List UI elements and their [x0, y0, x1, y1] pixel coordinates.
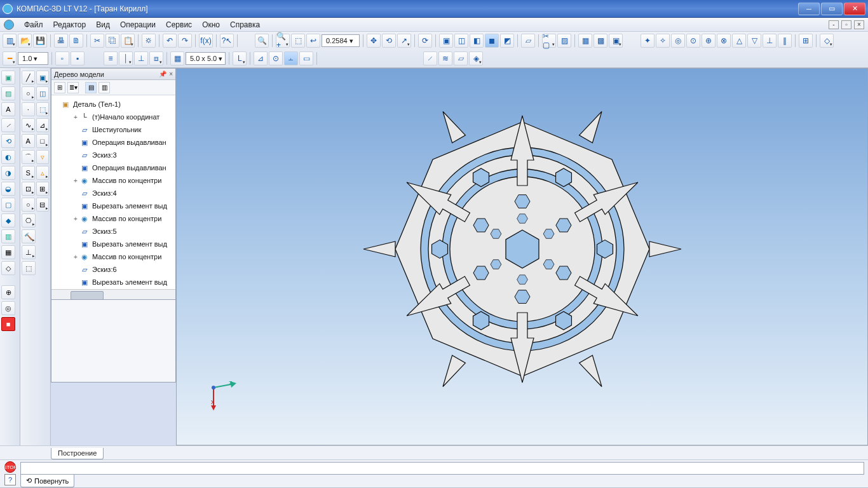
- snap-9[interactable]: ⊥: [763, 34, 776, 48]
- snap-4[interactable]: ⊙: [686, 34, 700, 48]
- sketch-toggle[interactable]: ▭: [299, 51, 313, 65]
- snap-6[interactable]: ⊗: [717, 34, 731, 48]
- lt2-b5[interactable]: □: [36, 134, 50, 148]
- filter-1[interactable]: ⟋: [423, 51, 437, 65]
- lt2-b1[interactable]: ▣: [36, 71, 50, 85]
- tree-item[interactable]: ▣Операция выдавливан: [53, 136, 174, 149]
- style-3[interactable]: ⊥: [134, 51, 148, 65]
- properties-button[interactable]: ⛭: [142, 34, 156, 48]
- preview-button[interactable]: 🗎: [69, 34, 83, 48]
- lt2-b9[interactable]: ⊟: [36, 198, 50, 212]
- lt2-a2[interactable]: ○: [22, 86, 35, 100]
- lt2-a11[interactable]: 🔨: [22, 229, 36, 243]
- filter-3[interactable]: ▱: [454, 51, 468, 65]
- lt1-13[interactable]: ◇: [1, 261, 15, 275]
- undo-button[interactable]: ↶: [163, 34, 177, 48]
- section-button[interactable]: ✂▢: [542, 34, 556, 48]
- command-input[interactable]: [20, 462, 864, 475]
- snap-3[interactable]: ◎: [671, 34, 685, 48]
- lt2-a5[interactable]: A: [22, 134, 35, 148]
- hide-3[interactable]: ▣: [609, 34, 623, 48]
- lt2-a6[interactable]: ⌒: [22, 150, 35, 164]
- fx-button[interactable]: f(x): [199, 34, 213, 48]
- menu-help[interactable]: Справка: [225, 19, 265, 30]
- tree-item[interactable]: +└(т)Начало координат: [53, 111, 174, 123]
- lt1-1[interactable]: ▣: [1, 71, 15, 85]
- rotate-button[interactable]: ⟲: [382, 34, 396, 48]
- help-pointer-button[interactable]: ?↖: [220, 34, 234, 48]
- perspective-button[interactable]: ▱: [521, 34, 535, 48]
- tree-item[interactable]: ▱Эскиз:5: [53, 225, 174, 238]
- close-button[interactable]: ✕: [844, 3, 865, 15]
- lt2-b2[interactable]: ◫: [36, 86, 50, 100]
- ptb-3[interactable]: ▤: [85, 82, 97, 93]
- snap-1[interactable]: ✦: [641, 34, 654, 48]
- pan-button[interactable]: ✥: [367, 34, 381, 48]
- lt2-b4[interactable]: ⊿: [36, 118, 50, 132]
- minimize-button[interactable]: ─: [798, 3, 820, 15]
- lt1-9[interactable]: ▢: [1, 198, 15, 212]
- zoom-fit-button[interactable]: 🔍: [255, 34, 269, 48]
- mdi-restore[interactable]: ▫: [841, 20, 851, 29]
- snap-7[interactable]: △: [732, 34, 746, 48]
- view-hidden-button[interactable]: ◫: [454, 34, 468, 48]
- tree-item[interactable]: +◉Массив по концентри: [53, 174, 174, 187]
- view-shadedwire-button[interactable]: ◩: [500, 34, 514, 48]
- lt1-10[interactable]: ◆: [1, 214, 15, 227]
- lt2-b8[interactable]: ⊞: [36, 182, 50, 196]
- line-width[interactable]: 1.0 ▾: [18, 52, 48, 65]
- menu-window[interactable]: Окно: [197, 19, 225, 30]
- maximize-button[interactable]: ▭: [821, 3, 843, 15]
- lt1-stop[interactable]: ■: [1, 317, 15, 331]
- lt2-b3[interactable]: ⬚: [36, 102, 50, 116]
- tree-root[interactable]: ▣ Деталь (Тел-1): [53, 98, 174, 111]
- layer-2[interactable]: ▪: [71, 51, 85, 65]
- refresh-button[interactable]: ⟳: [418, 34, 432, 48]
- menu-editor[interactable]: Редактор: [48, 19, 92, 30]
- style-4[interactable]: ⧈: [149, 51, 163, 65]
- lt2-b6[interactable]: ▿: [36, 150, 50, 164]
- tab-build[interactable]: Построение: [51, 448, 104, 459]
- zoom-prev-button[interactable]: ↩: [306, 34, 320, 48]
- tree-hscroll[interactable]: [51, 289, 175, 299]
- lt1-8[interactable]: ◒: [1, 182, 15, 196]
- menu-file[interactable]: Файл: [19, 19, 48, 30]
- lt2-a12[interactable]: ⊥: [22, 245, 36, 259]
- tree-item[interactable]: ▣Операция выдавливан: [53, 161, 174, 174]
- ptb-2[interactable]: ≣▾: [67, 82, 79, 93]
- tree-item[interactable]: ▱Эскиз:4: [53, 187, 174, 200]
- ortho-button[interactable]: ⊿: [254, 51, 268, 65]
- view-shaded-button[interactable]: ◼: [485, 34, 499, 48]
- hide-2[interactable]: ▩: [593, 34, 607, 48]
- snap-11[interactable]: ⊞: [799, 34, 813, 48]
- orient-button[interactable]: ↗: [397, 34, 411, 48]
- panel-close[interactable]: ×: [169, 71, 173, 78]
- lt1-4[interactable]: ⟋: [1, 118, 15, 132]
- lt2-a4[interactable]: ∿: [22, 118, 35, 132]
- tree-item[interactable]: +◉Массив по концентри: [53, 212, 174, 225]
- filter-2[interactable]: ≋: [438, 51, 452, 65]
- tree-item[interactable]: ▣Вырезать элемент выд: [53, 200, 174, 212]
- lt1-5[interactable]: ⟲: [1, 134, 15, 148]
- lt2-a7[interactable]: S: [22, 166, 35, 180]
- zoom-in-button[interactable]: 🔍+: [276, 34, 290, 48]
- tree-item[interactable]: ▱Эскиз:6: [53, 263, 174, 276]
- snap-2[interactable]: ✧: [656, 34, 670, 48]
- new-doc-button[interactable]: ▥: [3, 34, 17, 48]
- open-button[interactable]: 📂: [18, 34, 32, 48]
- snap-settings[interactable]: ◇: [820, 34, 834, 48]
- lt2-a10[interactable]: ⎔: [22, 214, 36, 227]
- copy-button[interactable]: ⿻: [105, 34, 119, 48]
- zoom-window-button[interactable]: ⬚: [291, 34, 305, 48]
- menu-view[interactable]: Вид: [91, 19, 115, 30]
- tree-item[interactable]: ▣Вырезать элемент выд: [53, 238, 174, 250]
- layer-1[interactable]: ▫: [55, 51, 69, 65]
- menu-service[interactable]: Сервис: [161, 19, 197, 30]
- hide-1[interactable]: ▦: [578, 34, 592, 48]
- ptb-4[interactable]: ▥: [98, 82, 110, 93]
- menu-operations[interactable]: Операции: [115, 19, 161, 30]
- cut-button[interactable]: ✂: [90, 34, 104, 48]
- lt2-a3[interactable]: ·: [22, 102, 35, 116]
- print-button[interactable]: 🖶: [54, 34, 68, 48]
- panel-pin[interactable]: 📌: [159, 71, 166, 78]
